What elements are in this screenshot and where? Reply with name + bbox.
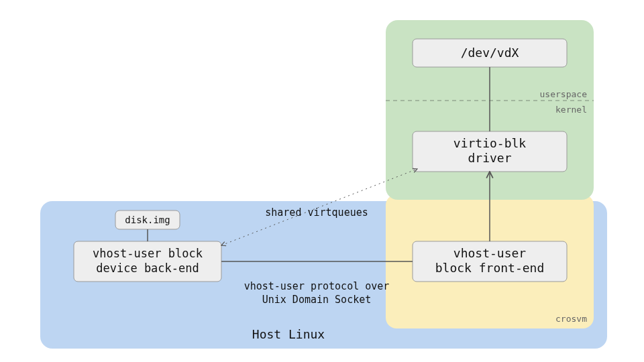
disk-img-node: disk.img xyxy=(115,210,180,229)
edge-protocol-label-2: Unix Domain Socket xyxy=(262,294,372,306)
dev-vdx-node: /dev/vdX xyxy=(413,39,567,67)
vhost-frontend-label-1: vhost-user xyxy=(453,246,527,260)
edge-protocol-label-1: vhost-user protocol over xyxy=(244,280,390,292)
vhost-backend-label-1: vhost-user block xyxy=(93,247,203,260)
crosvm-label: crosvm xyxy=(555,314,587,324)
disk-img-label: disk.img xyxy=(125,215,170,225)
dev-vdx-label: /dev/vdX xyxy=(461,46,519,60)
vhost-backend-node: vhost-user block device back-end xyxy=(74,241,221,282)
virtio-blk-driver-label-2: driver xyxy=(468,151,511,165)
host-linux-label: Host Linux xyxy=(252,327,325,341)
userspace-label: userspace xyxy=(540,89,588,99)
vhost-backend-label-2: device back-end xyxy=(96,261,199,275)
vhost-frontend-node: vhost-user block front-end xyxy=(413,241,567,282)
virtio-blk-driver-label-1: virtio-blk xyxy=(453,136,527,150)
vhost-frontend-label-2: block front-end xyxy=(435,261,545,275)
edge-shared-virtqueues-label: shared virtqueues xyxy=(265,206,368,219)
architecture-diagram: Host Linux crosvm userspace kernel /dev/… xyxy=(0,0,644,362)
virtio-blk-driver-node: virtio-blk driver xyxy=(413,131,567,172)
kernel-label: kernel xyxy=(555,105,587,115)
